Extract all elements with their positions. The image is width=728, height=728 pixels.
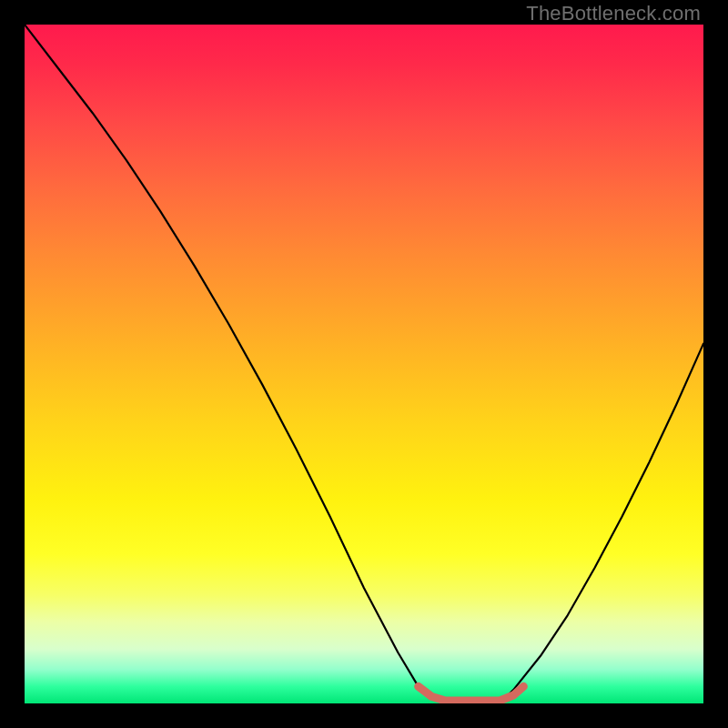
curve-svg [25, 25, 703, 703]
bottleneck-curve [25, 25, 703, 703]
watermark-text: TheBottleneck.com [526, 2, 701, 25]
optimal-zone-curve [419, 686, 524, 701]
plot-area [25, 25, 703, 703]
chart-frame: TheBottleneck.com [0, 0, 728, 728]
